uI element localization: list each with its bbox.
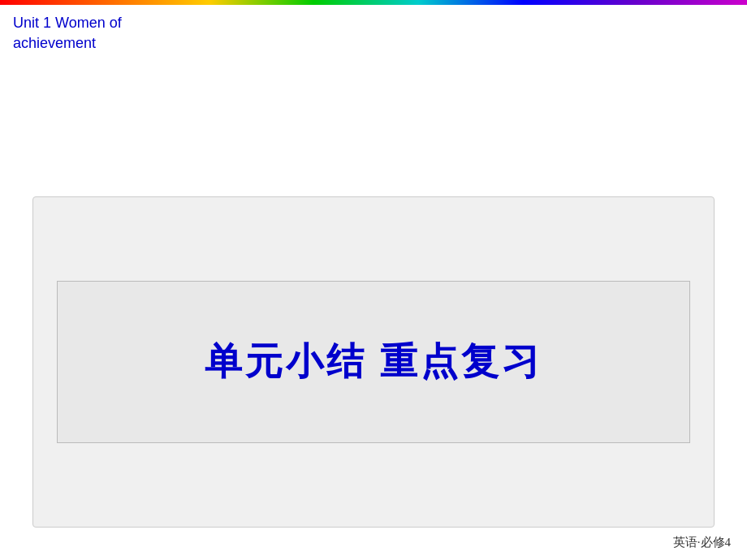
header-title: Unit 1 Women of achievement [13,13,734,54]
slide-container: Unit 1 Women of achievement 单元小结 重点复习 英语… [0,5,747,560]
header-area: Unit 1 Women of achievement [0,5,747,58]
main-content: 单元小结 重点复习 [32,196,715,528]
center-text: 单元小结 重点复习 [205,337,543,387]
footer-text: 英语·必修4 [673,536,731,549]
white-top-section [32,58,715,188]
title-line2: achievement [13,35,96,51]
center-box: 单元小结 重点复习 [57,281,690,443]
title-line1: Unit 1 Women of [13,15,122,31]
footer-area: 英语·必修4 [673,535,731,550]
